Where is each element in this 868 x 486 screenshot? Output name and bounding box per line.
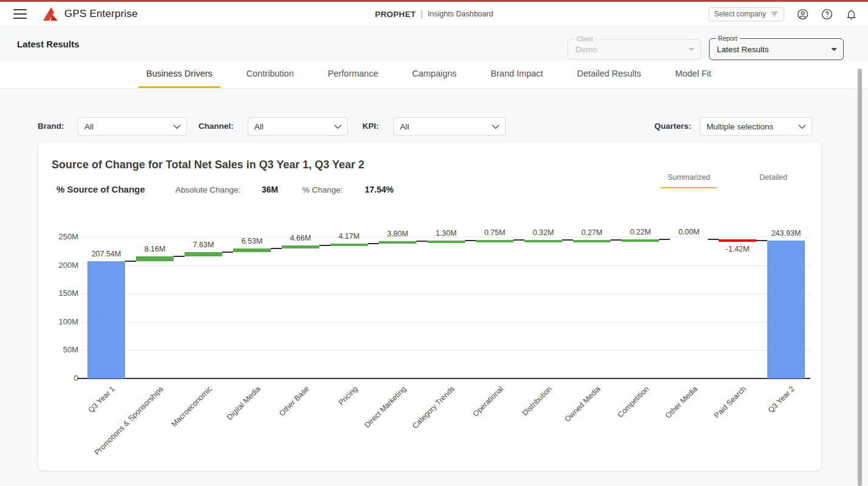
subheader: Latest Results Client Demo Report Latest… <box>0 27 868 61</box>
bar-owned-media[interactable] <box>573 240 611 242</box>
metric-name: % Source of Change <box>56 184 145 194</box>
x-label-operational: Operational <box>471 385 505 419</box>
waterfall-connector <box>368 243 379 244</box>
gridline <box>82 350 810 351</box>
percent-change-value: 17.54% <box>365 185 393 194</box>
x-label-direct-marketing: Direct Marketing <box>363 385 408 430</box>
tab-brand-impact[interactable]: Brand Impact <box>483 61 551 88</box>
waterfall-connector <box>319 245 330 246</box>
filter-select-quarters[interactable]: Multiple selections <box>700 117 812 135</box>
y-tick-label: 250M <box>42 231 78 242</box>
chevron-down-icon <box>334 124 342 129</box>
waterfall-connector <box>514 239 524 241</box>
page-title: Latest Results <box>17 39 80 49</box>
gridline <box>82 322 810 323</box>
scrollbar-thumb[interactable] <box>858 69 862 486</box>
report-select-label: Report <box>716 35 740 42</box>
waterfall-connector <box>708 239 719 240</box>
filter-select-channel[interactable]: All <box>248 117 348 135</box>
x-label-paid-search: Paid Search <box>713 385 748 420</box>
filter-icon <box>771 11 778 17</box>
filter-label-channel: Channel: <box>198 122 234 131</box>
absolute-change-value: 36M <box>262 185 278 194</box>
filter-value: All <box>84 122 93 131</box>
x-label-category-trends: Category Trends <box>411 385 456 430</box>
data-label-q3-year-2: 243.93M <box>747 229 826 238</box>
x-label-competition: Competition <box>616 385 651 419</box>
filter-label-kpi: KPI: <box>362 122 379 131</box>
brand-logo <box>42 7 58 21</box>
bar-distribution[interactable] <box>524 240 562 242</box>
tab-detailed-results[interactable]: Detailed Results <box>569 61 649 88</box>
bar-other-base[interactable] <box>282 245 319 248</box>
filter-select-brand[interactable]: All <box>78 117 187 135</box>
select-company-button[interactable]: Select company <box>708 7 784 21</box>
bar-operational[interactable] <box>476 240 514 242</box>
chevron-down-icon <box>173 124 181 129</box>
x-label-macroeconomic: Macroeconomic <box>170 385 214 428</box>
x-label-other-media: Other Media <box>663 385 699 420</box>
waterfall-chart: 050M100M150M200M250M207.54MQ3 Year 18.16… <box>82 227 810 378</box>
absolute-change-label: Absolute Change: <box>175 185 240 194</box>
y-tick-label: 0 <box>42 373 78 384</box>
filter-select-kpi[interactable]: All <box>393 117 506 135</box>
y-tick-label: 50M <box>42 344 78 355</box>
toggle-summarized[interactable]: Summarized <box>661 173 717 188</box>
chevron-down-icon <box>798 124 806 129</box>
bar-direct-marketing[interactable] <box>379 241 416 244</box>
bar-category-trends[interactable] <box>427 241 465 243</box>
title-divider: | <box>421 9 423 19</box>
help-icon[interactable] <box>821 9 833 20</box>
filter-value: All <box>400 122 409 131</box>
brand-name: GPS Enterprise <box>64 8 138 20</box>
x-label-q3-year-2: Q3 Year 2 <box>767 385 796 414</box>
filter-value: Multiple selections <box>707 122 773 131</box>
tab-model-fit[interactable]: Model Fit <box>667 61 719 88</box>
chevron-down-icon <box>688 48 694 51</box>
chart-card: Source of Change for Total Net Sales in … <box>38 141 822 471</box>
scrollbar[interactable] <box>857 61 863 486</box>
x-axis-line <box>77 378 810 379</box>
bar-pricing[interactable] <box>330 244 368 246</box>
y-tick-label: 150M <box>42 288 78 299</box>
tab-business-drivers[interactable]: Business Drivers <box>138 61 220 88</box>
waterfall-connector <box>416 241 427 242</box>
tab-contribution[interactable]: Contribution <box>239 61 302 88</box>
notifications-icon[interactable] <box>846 9 857 20</box>
bar-competition[interactable] <box>622 239 659 242</box>
bar-digital-media[interactable] <box>233 248 271 252</box>
waterfall-connector <box>611 239 622 241</box>
bar-macroeconomic[interactable] <box>185 252 222 256</box>
bar-q3-year-2[interactable] <box>767 241 805 378</box>
bar-promotions-sponsorships[interactable] <box>136 256 174 261</box>
filter-bar: Brand:AllChannel:AllKPI:AllQuarters:Mult… <box>0 89 868 141</box>
gridline <box>82 293 810 294</box>
waterfall-connector <box>465 240 476 241</box>
bar-q3-year-1[interactable] <box>87 261 125 378</box>
x-label-owned-media: Owned Media <box>563 385 602 423</box>
x-label-pricing: Pricing <box>337 385 359 407</box>
app-title-group: PROPHET | Insights Dashboard <box>375 9 493 19</box>
waterfall-connector <box>271 248 282 249</box>
waterfall-connector <box>174 256 185 257</box>
y-tick-label: 100M <box>42 317 78 327</box>
bar-paid-search[interactable] <box>719 239 756 242</box>
x-label-digital-media: Digital Media <box>225 385 262 422</box>
toggle-detailed[interactable]: Detailed <box>754 173 792 187</box>
tab-campaigns[interactable]: Campaigns <box>404 61 464 88</box>
tab-bar: Business DriversContributionPerformanceC… <box>0 61 868 89</box>
tab-performance[interactable]: Performance <box>320 61 386 88</box>
gridline <box>82 265 810 266</box>
page: GPS Enterprise PROPHET | Insights Dashbo… <box>0 0 868 486</box>
client-select-value: Demo <box>575 45 597 54</box>
filter-label-brand: Brand: <box>38 122 64 131</box>
report-select[interactable]: Report Latest Results <box>709 38 844 60</box>
data-label-paid-search: -1.42M <box>698 245 777 253</box>
menu-icon[interactable] <box>13 9 27 19</box>
account-icon[interactable] <box>797 9 809 20</box>
waterfall-connector <box>125 261 136 262</box>
waterfall-connector <box>659 239 670 240</box>
client-select: Client Demo <box>568 39 701 60</box>
percent-change-label: % Change: <box>302 185 343 194</box>
waterfall-connector <box>562 239 573 241</box>
